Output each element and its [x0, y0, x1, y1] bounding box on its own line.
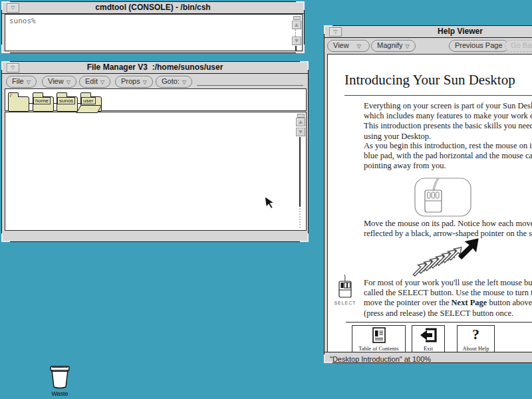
paragraph-1: Everything on your screen is part of you…	[364, 101, 532, 142]
scrollbar-track[interactable]	[295, 29, 297, 37]
scrollbar-cable[interactable]	[299, 137, 301, 207]
folder-root[interactable]: /	[8, 96, 29, 112]
folder-label: user	[81, 97, 96, 104]
pointer-trail-illustration	[412, 238, 481, 279]
menu-down-icon: ▽	[27, 79, 31, 85]
mouse-pointer	[265, 196, 276, 211]
resize-corner[interactable]	[1, 61, 10, 70]
file-pane[interactable]	[5, 112, 307, 231]
button-label: Go Back	[511, 41, 532, 49]
waste-icon-label: Waste	[47, 390, 73, 397]
table-of-contents-button[interactable]: Table of Contents	[352, 325, 406, 354]
path-pane[interactable]: / home sunos user	[5, 88, 307, 111]
menu-label: File	[12, 77, 24, 85]
page-title: Introducing Your Sun Desktop	[344, 72, 515, 88]
help-viewer-window[interactable]: ▽ Help Viewer View▽ Magnify▽ Previous Pa…	[324, 25, 532, 363]
help-status-bar: "Desktop Introduction" at 100%	[325, 352, 532, 362]
resize-corner[interactable]	[1, 1, 10, 10]
paragraph-3: Move the mouse on its pad. Notice how ea…	[364, 219, 532, 239]
menu-down-icon: ▽	[406, 43, 410, 49]
folder-home[interactable]: home	[33, 96, 54, 112]
scroll-up-button[interactable]	[292, 21, 301, 29]
previous-page-button[interactable]: Previous Page	[449, 40, 509, 52]
menu-label: Props	[121, 77, 140, 85]
menu-button-view[interactable]: View▽	[42, 76, 76, 88]
scroll-up-icon	[299, 120, 303, 124]
menu-button-file[interactable]: File▽	[6, 76, 37, 88]
exit-icon	[419, 327, 438, 343]
folder-label: /	[9, 92, 13, 98]
title-rule	[344, 95, 532, 96]
menu-button-props[interactable]: Props▽	[115, 76, 153, 88]
next-page-bold: Next Page	[452, 298, 487, 307]
menu-button-edit[interactable]: Edit▽	[79, 76, 110, 88]
select-mouse-label: SELECT	[331, 301, 360, 305]
select-mouse-icon	[336, 274, 354, 299]
resize-corner[interactable]	[296, 45, 305, 53]
folder-label: sunos	[57, 97, 75, 104]
help-viewer-titlebar[interactable]: ▽ Help Viewer	[325, 26, 532, 38]
help-magnify-menu-button[interactable]: Magnify▽	[371, 40, 416, 52]
question-mark-icon: ?	[458, 326, 494, 343]
console-title: cmdtool (CONSOLE) - /bin/csh	[2, 2, 304, 13]
folder-label: home	[33, 97, 51, 104]
file-pane-scrollbar[interactable]	[296, 114, 305, 229]
resize-corner[interactable]	[300, 233, 309, 242]
scrollbar-anchor[interactable]	[293, 16, 301, 20]
menu-label: Edit	[85, 77, 98, 85]
button-label: Table of Contents	[352, 345, 405, 352]
resize-corner[interactable]	[300, 61, 309, 70]
paragraph-2: As you begin this introduction, rest the…	[364, 141, 532, 172]
menu-label: View	[333, 41, 349, 49]
button-label: About Help	[458, 345, 494, 352]
help-viewer-title: Help Viewer	[325, 26, 532, 37]
scroll-down-icon	[295, 39, 299, 43]
scroll-down-button[interactable]	[296, 128, 305, 136]
folder-user[interactable]: user	[80, 96, 102, 112]
menu-down-icon: ▽	[100, 79, 104, 85]
about-help-button[interactable]: ? About Help	[457, 325, 495, 354]
menu-button-goto[interactable]: Goto:▽	[156, 76, 192, 88]
console-titlebar[interactable]: ▽ cmdtool (CONSOLE) - /bin/csh	[2, 2, 304, 14]
status-text: "Desktop Introduction" at 100%	[330, 355, 431, 363]
footer-rule	[346, 322, 532, 323]
waste-basket-icon	[47, 363, 73, 390]
resize-corner[interactable]	[1, 45, 10, 53]
file-manager-title: File Manager V3 :/home/sunos/user	[2, 62, 308, 73]
menu-down-icon: ▽	[357, 43, 361, 49]
folder-sunos[interactable]: sunos	[57, 96, 78, 112]
console-text-area[interactable]: sunos%	[5, 14, 303, 51]
file-manager-titlebar[interactable]: ▽ File Manager V3 :/home/sunos/user	[2, 62, 308, 74]
menu-label: Goto:	[162, 77, 180, 85]
shell-prompt: sunos%	[9, 17, 36, 25]
button-label: Exit	[412, 345, 444, 352]
menu-down-icon: ▽	[66, 79, 70, 85]
exit-button[interactable]: Exit	[412, 325, 445, 354]
scroll-up-button[interactable]	[296, 118, 305, 126]
goto-input[interactable]	[197, 76, 303, 86]
scroll-down-icon	[299, 130, 303, 134]
resize-corner[interactable]	[296, 1, 305, 10]
resize-corner[interactable]	[324, 25, 332, 34]
scrollbar-track-end[interactable]	[299, 208, 302, 228]
resize-corner[interactable]	[1, 233, 10, 242]
table-of-contents-icon	[372, 327, 386, 344]
resize-corner[interactable]	[324, 354, 332, 363]
help-page[interactable]: Introducing Your Sun Desktop Everything …	[327, 54, 532, 353]
file-manager-window[interactable]: ▽ File Manager V3 :/home/sunos/user File…	[1, 61, 309, 242]
waste-desktop-icon[interactable]: Waste	[47, 363, 73, 396]
scroll-up-icon	[295, 23, 299, 27]
menu-label: Magnify	[377, 41, 403, 49]
menu-label: View	[48, 77, 64, 85]
console-window[interactable]: ▽ cmdtool (CONSOLE) - /bin/csh sunos%	[1, 1, 305, 53]
go-back-button[interactable]: Go Back	[505, 40, 532, 52]
mouse-on-pad-illustration	[413, 174, 474, 218]
paragraph-4: For most of your work you'll use the lef…	[364, 278, 532, 319]
menu-down-icon: ▽	[182, 79, 186, 85]
help-view-menu-button[interactable]: View▽	[327, 40, 370, 52]
button-label: Previous Page	[455, 41, 503, 49]
menu-down-icon: ▽	[143, 79, 147, 85]
